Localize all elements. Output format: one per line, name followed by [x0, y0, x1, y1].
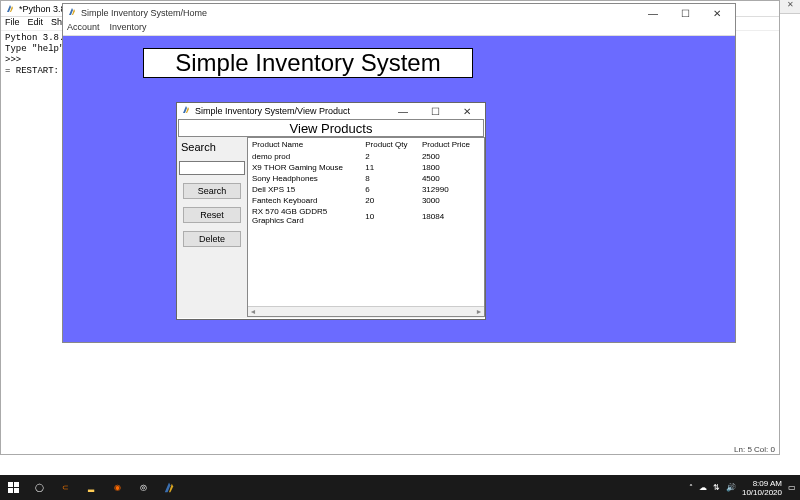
cell-price: 3000: [418, 195, 484, 206]
table-row[interactable]: Fantech Keyboard203000: [248, 195, 484, 206]
cell-qty: 10: [361, 206, 418, 226]
idle-status-bar: Ln: 5 Col: 0: [734, 445, 775, 454]
cell-name: Fantech Keyboard: [248, 195, 361, 206]
notifications-icon[interactable]: ▭: [788, 483, 796, 492]
cell-price: 4500: [418, 173, 484, 184]
windows-taskbar[interactable]: ◯ ⊂ ▂ ◉ ◎ ˄ ☁ ⇅ 🔊 8:09 AM 10/10/2020 ▭: [0, 475, 800, 500]
scroll-right-icon[interactable]: ►: [474, 308, 484, 315]
modal-maximize-button[interactable]: ☐: [421, 106, 449, 117]
tray-network-icon[interactable]: ⇅: [713, 483, 720, 492]
cell-price: 1800: [418, 162, 484, 173]
table-body: demo prod22500X9 THOR Gaming Mouse111800…: [248, 151, 484, 226]
product-table[interactable]: Product Name Product Qty Product Price: [248, 138, 484, 151]
cell-qty: 20: [361, 195, 418, 206]
cell-name: X9 THOR Gaming Mouse: [248, 162, 361, 173]
horizontal-scrollbar[interactable]: ◄ ►: [248, 306, 484, 316]
taskbar-clock[interactable]: 8:09 AM 10/10/2020: [742, 479, 782, 497]
taskbar-explorer-icon[interactable]: ▂: [82, 479, 100, 497]
modal-title: Simple Inventory System/View Product: [195, 106, 350, 116]
search-label: Search: [181, 141, 245, 153]
cell-qty: 2: [361, 151, 418, 162]
cell-name: Dell XPS 15: [248, 184, 361, 195]
view-product-window: Simple Inventory System/View Product — ☐…: [176, 102, 486, 320]
cell-qty: 8: [361, 173, 418, 184]
home-minimize-button[interactable]: —: [639, 8, 667, 19]
taskbar-idle-icon[interactable]: [160, 479, 178, 497]
taskbar-cortana-icon[interactable]: ◯: [30, 479, 48, 497]
python-icon: [5, 4, 15, 14]
search-input[interactable]: [179, 161, 245, 175]
reset-button[interactable]: Reset: [183, 207, 241, 223]
tray-overflow-icon[interactable]: ˄: [689, 483, 693, 492]
table-header-row[interactable]: Product Name Product Qty Product Price: [248, 138, 484, 151]
clock-time: 8:09 AM: [742, 479, 782, 488]
home-maximize-button[interactable]: ☐: [671, 8, 699, 19]
col-product-price[interactable]: Product Price: [418, 138, 484, 151]
cell-name: RX 570 4GB GDDR5 Graphics Card: [248, 206, 361, 226]
home-title: Simple Inventory System/Home: [81, 8, 207, 18]
product-table-container: Product Name Product Qty Product Price d…: [247, 137, 485, 317]
modal-close-button[interactable]: ✕: [453, 106, 481, 117]
modal-header: View Products: [178, 119, 484, 137]
modal-minimize-button[interactable]: —: [389, 106, 417, 117]
bg-close-button[interactable]: ✕: [787, 0, 794, 13]
system-tray[interactable]: ˄ ☁ ⇅ 🔊 8:09 AM 10/10/2020 ▭: [689, 479, 796, 497]
clock-date: 10/10/2020: [742, 488, 782, 497]
taskbar-firefox-icon[interactable]: ◉: [108, 479, 126, 497]
scroll-left-icon[interactable]: ◄: [248, 308, 258, 315]
cell-qty: 6: [361, 184, 418, 195]
tray-onedrive-icon[interactable]: ☁: [699, 483, 707, 492]
cell-price: 312990: [418, 184, 484, 195]
tray-volume-icon[interactable]: 🔊: [726, 483, 736, 492]
idle-menu-edit[interactable]: Edit: [28, 17, 44, 30]
app-banner: Simple Inventory System: [143, 48, 473, 78]
menu-inventory[interactable]: Inventory: [110, 22, 147, 35]
home-titlebar[interactable]: Simple Inventory System/Home — ☐ ✕: [63, 4, 735, 22]
search-button[interactable]: Search: [183, 183, 241, 199]
table-row[interactable]: X9 THOR Gaming Mouse111800: [248, 162, 484, 173]
start-button[interactable]: [4, 479, 22, 497]
python-icon: [181, 105, 191, 117]
table-row[interactable]: RX 570 4GB GDDR5 Graphics Card1018084: [248, 206, 484, 226]
delete-button[interactable]: Delete: [183, 231, 241, 247]
col-product-name[interactable]: Product Name: [248, 138, 361, 151]
table-row[interactable]: demo prod22500: [248, 151, 484, 162]
cell-name: demo prod: [248, 151, 361, 162]
taskbar-app-icon[interactable]: ⊂: [56, 479, 74, 497]
modal-titlebar[interactable]: Simple Inventory System/View Product — ☐…: [177, 103, 485, 119]
cell-price: 18084: [418, 206, 484, 226]
home-close-button[interactable]: ✕: [703, 8, 731, 19]
python-icon: [67, 7, 77, 19]
cell-name: Sony Headphones: [248, 173, 361, 184]
cell-price: 2500: [418, 151, 484, 162]
col-product-qty[interactable]: Product Qty: [361, 138, 418, 151]
table-row[interactable]: Sony Headphones84500: [248, 173, 484, 184]
home-menubar: Account Inventory: [63, 22, 735, 36]
search-panel: Search Search Reset Delete: [177, 137, 247, 317]
idle-menu-file[interactable]: File: [5, 17, 20, 30]
taskbar-chrome-icon[interactable]: ◎: [134, 479, 152, 497]
cell-qty: 11: [361, 162, 418, 173]
table-row[interactable]: Dell XPS 156312990: [248, 184, 484, 195]
menu-account[interactable]: Account: [67, 22, 100, 35]
